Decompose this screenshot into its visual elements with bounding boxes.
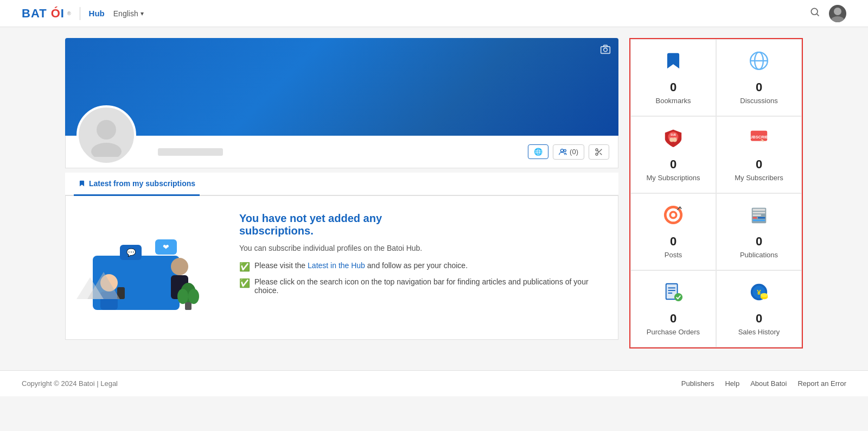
connections-count: (0) <box>570 148 578 156</box>
posts-count: 0 <box>670 234 676 249</box>
publications-label: Publications <box>740 251 778 259</box>
svg-point-8 <box>560 149 563 151</box>
svg-point-65 <box>761 293 768 297</box>
svg-rect-51 <box>753 217 757 219</box>
scissors-icon <box>595 148 603 156</box>
globe-button[interactable]: 🌐 <box>528 144 548 159</box>
stat-card-my-subscriptions[interactable]: SUB SCRIBE 0 My Subscriptions <box>630 116 716 193</box>
svg-text:💬: 💬 <box>126 248 136 257</box>
svg-point-2 <box>834 8 841 15</box>
svg-rect-48 <box>753 209 765 211</box>
posts-label: Posts <box>665 251 682 259</box>
svg-rect-52 <box>758 217 765 219</box>
heading-text2: subscriptions. <box>239 225 314 237</box>
logo-text: BAT ÓI <box>22 7 65 21</box>
svg-line-13 <box>600 153 602 155</box>
logo-registered: ® <box>67 11 71 16</box>
stat-card-discussions[interactable]: 0 Discussions <box>716 39 802 116</box>
svg-point-38 <box>673 138 677 142</box>
profile-username <box>158 148 223 156</box>
stat-card-my-subscribers[interactable]: SUBSCRIBE 0 My Subscribers <box>716 116 802 193</box>
my-subscriptions-count: 0 <box>670 157 676 172</box>
left-content: 🌐 (0) <box>65 38 618 340</box>
profile-banner <box>65 38 618 136</box>
svg-point-44 <box>671 213 675 217</box>
my-subscribers-label: My Subscribers <box>735 174 783 182</box>
purchase-orders-label: Purchase Orders <box>647 328 700 336</box>
right-sidebar: 0 Bookmarks 0 Discussions <box>629 38 803 348</box>
subscription-empty-state: 💬 ❤ You have not yet added any <box>65 196 618 340</box>
subscription-text: You have not yet added any subscriptions… <box>239 212 607 300</box>
svg-point-6 <box>97 120 116 140</box>
profile-actions: 🌐 (0) <box>528 144 609 160</box>
camera-icon[interactable] <box>600 43 611 57</box>
tip1-text: Please visit the Latest in the Hub and f… <box>254 261 468 270</box>
publications-icon <box>749 205 769 230</box>
globe-icon: 🌐 <box>534 148 542 156</box>
bookmarks-label: Bookmarks <box>655 97 691 105</box>
publications-count: 0 <box>756 234 762 249</box>
language-chevron: ▾ <box>141 10 144 17</box>
tip-2: ✅ Please click on the search icon on the… <box>239 277 607 295</box>
discussions-icon <box>749 50 769 76</box>
search-button[interactable] <box>809 7 820 20</box>
svg-point-9 <box>564 149 566 151</box>
svg-rect-53 <box>753 220 765 221</box>
stat-card-posts[interactable]: 0 Posts <box>630 193 716 270</box>
my-subscriptions-label: My Subscriptions <box>647 174 700 182</box>
stat-card-publications[interactable]: 0 Publications <box>716 193 802 270</box>
svg-point-11 <box>596 153 598 155</box>
sales-history-icon: ¥ <box>749 282 769 307</box>
tip2-text: Please click on the search icon on the t… <box>254 277 607 295</box>
bookmark-tab-icon <box>78 180 86 187</box>
language-selector[interactable]: English ▾ <box>113 9 144 18</box>
footer-links: Publishers Help About Batoi Report an Er… <box>681 379 846 388</box>
report-error-link[interactable]: Report an Error <box>797 379 846 388</box>
purchase-orders-count: 0 <box>670 312 676 326</box>
bookmarks-count: 0 <box>670 80 676 94</box>
main-container: 🌐 (0) <box>54 27 814 348</box>
svg-point-19 <box>171 258 188 275</box>
about-batoi-link[interactable]: About Batoi <box>750 379 787 388</box>
discussions-count: 0 <box>756 80 762 94</box>
language-label: English <box>113 9 138 18</box>
stats-grid: 0 Bookmarks 0 Discussions <box>630 39 802 347</box>
profile-info-bar: 🌐 (0) <box>65 136 618 168</box>
banner-background <box>65 38 618 136</box>
empty-state-description: You can subscribe individual profiles on… <box>239 244 607 252</box>
purchase-orders-icon <box>663 282 684 307</box>
empty-state-heading: You have not yet added any subscriptions… <box>239 212 607 237</box>
tip1-check-icon: ✅ <box>239 262 250 272</box>
tab-subscriptions[interactable]: Latest from my subscriptions <box>74 173 200 196</box>
stat-card-purchase-orders[interactable]: 0 Purchase Orders <box>630 270 716 347</box>
header-divider <box>80 7 80 20</box>
illustration: 💬 ❤ <box>76 212 218 323</box>
svg-point-59 <box>674 293 682 301</box>
connections-button[interactable]: (0) <box>553 144 584 160</box>
posts-icon <box>663 205 684 230</box>
svg-line-1 <box>817 14 819 16</box>
svg-point-29 <box>177 289 188 304</box>
svg-point-5 <box>604 48 608 52</box>
svg-text:❤: ❤ <box>163 243 169 251</box>
profile-name-area <box>158 148 528 156</box>
tip1-link[interactable]: Latest in the Hub <box>308 261 365 270</box>
settings-button[interactable] <box>589 144 609 160</box>
stat-card-bookmarks[interactable]: 0 Bookmarks <box>630 39 716 116</box>
svg-point-7 <box>91 143 122 157</box>
logo[interactable]: BAT ÓI ® <box>22 7 71 21</box>
subscribers-icon: SUBSCRIBE <box>749 128 769 153</box>
tip2-check-icon: ✅ <box>239 278 250 288</box>
discussions-label: Discussions <box>740 97 777 105</box>
help-link[interactable]: Help <box>725 379 739 388</box>
user-avatar-button[interactable] <box>829 5 846 22</box>
svg-point-0 <box>811 8 818 15</box>
header-left: BAT ÓI ® Hub English ▾ <box>22 7 144 21</box>
site-header: BAT ÓI ® Hub English ▾ <box>0 0 868 27</box>
stat-card-sales-history[interactable]: ¥ 0 Sales History <box>716 270 802 347</box>
subscriptions-icon: SUB SCRIBE <box>663 128 684 153</box>
sales-history-label: Sales History <box>738 328 780 336</box>
hub-nav-link[interactable]: Hub <box>89 9 105 18</box>
publishers-link[interactable]: Publishers <box>681 379 714 388</box>
heading-text1: You have not yet added any <box>239 212 382 224</box>
